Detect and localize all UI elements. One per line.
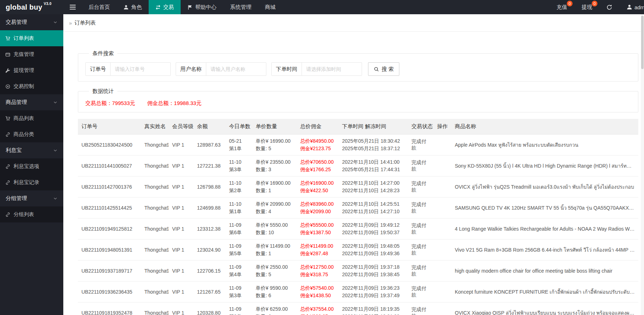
column-header-7: 下单时间 解冻时间	[339, 119, 408, 135]
quantity-value: 数量: 6	[256, 292, 293, 299]
cell-day-orders: 11-09第3单	[225, 282, 252, 303]
sidebar-item-3-0[interactable]: 分组列表	[0, 206, 63, 222]
table-row: UB2211091949125812Thongcha99VIP 1123312.…	[78, 219, 638, 240]
topnav-item-4[interactable]: 系统管理	[223, 0, 258, 14]
cell-real-name: Thongcha99	[141, 261, 169, 282]
quantity-value: 数量: 10	[256, 229, 293, 236]
sidebar-item-label: 分组列表	[14, 211, 34, 218]
sidebar-item-1-0[interactable]: 商品列表	[0, 110, 63, 126]
sidebar-group-label: 利息宝	[6, 147, 22, 154]
sidebar-item-label: 订单列表	[14, 35, 34, 42]
day-order-value: 第1单	[229, 145, 249, 152]
sidebar-item-label: 充值管理	[14, 51, 34, 58]
orders-table: 订单号真实姓名会员等级余额今日单数单价数量总价佣金下单时间 解冻时间交易状态操作…	[78, 119, 638, 315]
cell-product: Koncept furniture KONCEPT FURNITURE เก้า…	[451, 282, 638, 303]
cell-price-qty: 单价¥ 20990.00数量: 4	[252, 198, 297, 219]
order-time-value: 2022年11月09日 19:36:23	[342, 284, 404, 292]
cell-real-name: Thongcha99	[141, 219, 169, 240]
column-header-6: 总价佣金	[297, 119, 339, 135]
topnav-item-1[interactable]: 角色	[117, 0, 149, 14]
column-header-2: 会员等级	[169, 119, 193, 135]
sidebar-item-0-2[interactable]: 提现管理	[0, 62, 63, 78]
sidebar-item-0-1[interactable]: 充值管理	[0, 46, 63, 62]
sidebar-item-0-0[interactable]: 订单列表	[0, 30, 63, 46]
search-field-label: 订单号	[86, 63, 111, 75]
column-header-10: 商品名称	[451, 119, 638, 135]
total-value: 总价¥83960.00	[300, 200, 335, 208]
cell-actions	[433, 282, 451, 303]
cell-status: 完成付款	[408, 240, 433, 261]
sidebar-group-3[interactable]: 分组管理	[0, 190, 63, 206]
cell-vip-level: VIP 1	[169, 303, 193, 315]
refresh-button[interactable]	[599, 0, 619, 14]
sidebar-item-2-0[interactable]: 利息宝选项	[0, 158, 63, 174]
unfreeze-time-value: 2022年11月09日 19:50:37	[342, 229, 404, 236]
column-header-5: 单价数量	[252, 119, 297, 135]
withdraw-button[interactable]: 提现 0	[574, 0, 599, 14]
commission-value: 佣金¥1438.50	[300, 292, 335, 299]
cell-actions	[433, 135, 451, 156]
topnav-item-0[interactable]: 后台首页	[82, 0, 117, 14]
cell-vip-level: VIP 1	[169, 219, 193, 240]
vertical-scrollbar[interactable]	[641, 14, 644, 315]
topnav-item-label: 交易	[163, 4, 174, 11]
link-icon	[5, 164, 10, 169]
cell-balance: 123312.38	[193, 219, 225, 240]
total-value: 总价¥84950.00	[300, 137, 335, 145]
cell-product: Vivo V21 5G Ram 8+3GB Rom 256GB 6.44-inc…	[451, 240, 638, 261]
cell-real-name: Thongcha99	[141, 135, 169, 156]
cell-balance: 128987.63	[193, 135, 225, 156]
search-button[interactable]: 搜 索	[368, 62, 399, 76]
unfreeze-time-value: 2022年11月10日 14:28:23	[342, 187, 404, 194]
sidebar-group-1[interactable]: 商品管理	[0, 94, 63, 110]
breadcrumb-separator: »	[69, 20, 72, 26]
unit-price-value: 单价¥ 20990.00	[256, 200, 293, 208]
sidebar-item-label: 商品列表	[14, 115, 34, 122]
total-value: 总价¥57540.00	[300, 284, 335, 292]
sidebar-item-0-3[interactable]: 交易控制	[0, 78, 63, 94]
topnav-item-5[interactable]: 商城	[258, 0, 282, 14]
sidebar-item-1-1[interactable]: 商品分类	[0, 126, 63, 142]
cell-total-commission: 总价¥83960.00佣金¥2099.00	[297, 198, 339, 219]
menu-toggle-button[interactable]	[63, 0, 82, 14]
day-value: 11-10	[229, 200, 249, 208]
topbar: global buy V3.0 后台首页角色交易帮助中心系统管理商城 充值 0 …	[0, 0, 644, 14]
stats-row: 交易总额：799533元 佣金总额：19988.33元	[85, 100, 631, 107]
brand-logo: global buy V3.0	[0, 0, 63, 14]
cell-day-orders: 11-09第2单	[225, 303, 252, 315]
cell-status: 完成付款	[408, 219, 433, 240]
order-no-input[interactable]	[111, 63, 170, 75]
topnav-item-3[interactable]: 帮助中心	[181, 0, 223, 14]
chevron-down-icon	[53, 196, 58, 201]
cell-vip-level: VIP 1	[169, 282, 193, 303]
cell-times: 2022年11月09日 18:19:352022年11月09日 18:21:23	[339, 303, 408, 315]
cell-actions	[433, 219, 451, 240]
unfreeze-time-value: 2022年11月09日 19:38:45	[342, 271, 404, 278]
recharge-button[interactable]: 充值 0	[549, 0, 574, 14]
stats-commission: 佣金总额：19988.33元	[147, 100, 202, 107]
recharge-label: 充值	[557, 4, 567, 11]
cell-day-orders: 11-09第4单	[225, 261, 252, 282]
user-menu[interactable]: admin	[619, 0, 644, 14]
sidebar-group-0[interactable]: 交易管理	[0, 14, 63, 30]
sidebar-item-2-1[interactable]: 利息宝记录	[0, 174, 63, 190]
order-time-input[interactable]	[302, 63, 362, 75]
unit-price-value: 单价¥ 2550.00	[256, 263, 293, 271]
cell-actions	[433, 261, 451, 282]
stats-legend: 数据统计	[89, 88, 117, 95]
commission-value: 佣金¥1387.50	[300, 229, 335, 236]
search-form: 订单号用户名称下单时间搜 索	[85, 62, 631, 76]
withdraw-badge: 0	[592, 1, 597, 6]
table-row: UB2211101425514425Thongcha99VIP 1124699.…	[78, 198, 638, 219]
user-name-input[interactable]	[206, 63, 266, 75]
cell-total-commission: 总价¥84950.00佣金¥2123.75	[297, 135, 339, 156]
table-row: UB2211091948051391Thongcha99VIP 1123024.…	[78, 240, 638, 261]
topnav-item-2[interactable]: 交易	[149, 0, 181, 14]
cell-times: 2025年05月21日 18:30:422025年05月21日 18:37:12	[339, 135, 408, 156]
day-value: 05-21	[229, 137, 249, 145]
cell-balance: 121267.65	[193, 282, 225, 303]
scrollbar-thumb[interactable]	[641, 16, 644, 69]
cell-times: 2022年11月09日 19:48:052022年11月09日 19:49:36	[339, 240, 408, 261]
sidebar-group-2[interactable]: 利息宝	[0, 142, 63, 158]
cell-order-no: UB2211091819352478	[78, 303, 141, 315]
